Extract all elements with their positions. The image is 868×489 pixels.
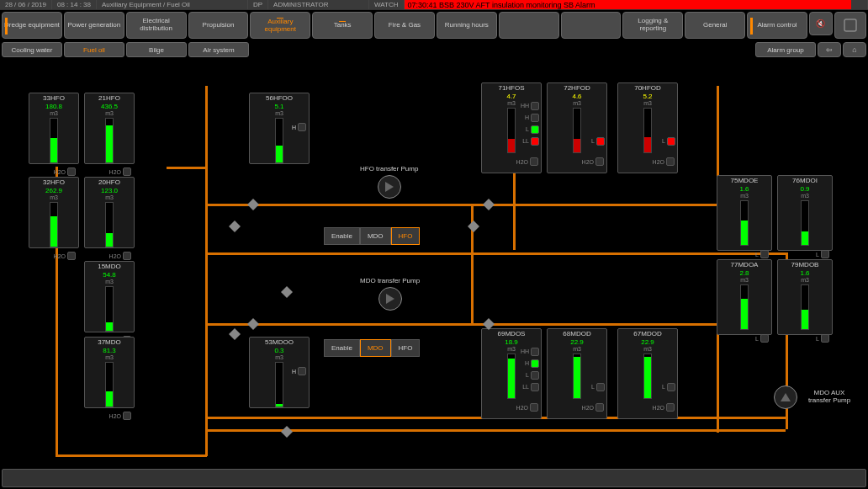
valve-icon[interactable]: [247, 199, 259, 210]
nav-electrical[interactable]: Electrical distribution: [126, 12, 187, 39]
subnav-air-system[interactable]: Air system: [188, 42, 249, 57]
valve-icon[interactable]: [229, 328, 241, 340]
pump-label: HFO transfer Pump: [360, 166, 418, 173]
valve-icon[interactable]: [468, 221, 479, 232]
svg-rect-0: [844, 19, 856, 31]
tank-20hfo[interactable]: 20HFO 123.0 m3 H2O: [84, 177, 135, 248]
tank-72hfod[interactable]: 72HFOD 4.6 m3 L H2O: [547, 82, 607, 173]
subnav-alarm-group[interactable]: Alarm group: [755, 42, 816, 57]
nav-label: Electrical distribution: [129, 18, 184, 33]
nav-empty-2: [561, 12, 622, 39]
tank-label: 33HFO: [29, 93, 78, 103]
tank-32hfo[interactable]: 32HFO 262.9 m3 H2O: [29, 177, 79, 248]
nav-dredge-equipment[interactable]: Dredge equipment: [2, 12, 62, 39]
nav-label: Logging & reporting: [625, 18, 680, 33]
tank-unit: m3: [29, 110, 78, 116]
pump-label: MDO transfer Pump: [360, 278, 420, 285]
subnav-bilge[interactable]: Bilge: [126, 42, 187, 57]
nav-label: General: [703, 22, 727, 29]
mdo-transfer-pump[interactable]: MDO transfer Pump: [360, 278, 420, 311]
nav-power-generation[interactable]: Power generation: [64, 12, 124, 39]
tank-15mdo[interactable]: 15MDO 54.8 m3 H2O: [84, 261, 135, 332]
nav-auxiliary[interactable]: Auxiliary equipment: [250, 12, 310, 39]
tank-37mdo[interactable]: 37MDO 81.3 m3 H2O: [84, 337, 135, 408]
logo-shield: [834, 12, 866, 39]
enable-button[interactable]: Enable: [324, 227, 360, 245]
nav-logging[interactable]: Logging & reporting: [622, 12, 683, 39]
back-icon[interactable]: ⇦: [818, 42, 841, 57]
nav-propulsion[interactable]: Propulsion: [188, 12, 249, 39]
footer-bar: [2, 469, 866, 487]
tank-75mdoe[interactable]: 75MDOE 1.6 m3 L: [717, 175, 772, 251]
hfo-pump-controls: Enable MDO HFO: [324, 227, 420, 245]
nav-general[interactable]: General: [685, 12, 745, 39]
home-icon[interactable]: ⌂: [843, 42, 866, 57]
nav-label: Tanks: [334, 22, 352, 29]
nav-label: Alarm control: [757, 22, 797, 29]
nav-fire-gas[interactable]: Fire & Gas: [374, 12, 435, 39]
tank-67mdod[interactable]: 67MDOD 22.9 m3 L H2O: [617, 328, 678, 419]
nav-label: Dredge equipment: [4, 22, 60, 29]
valve-icon[interactable]: [483, 318, 495, 330]
pump-icon: [378, 175, 401, 199]
valve-icon[interactable]: [247, 318, 259, 330]
tank-70hfod[interactable]: 70HFOD 5.2 m3 L H2O: [617, 82, 678, 173]
main-nav: Dredge equipment Power generation Electr…: [0, 10, 868, 40]
user-role: ADMINISTRATOR: [268, 0, 369, 9]
mute-icon[interactable]: 🔇: [809, 12, 833, 35]
mimic-area: 33HFO 180.8 m3 H2O 32HFO 262.9 m3 H2O 21…: [0, 67, 868, 467]
tank-77mdoa[interactable]: 77MDOA 2.8 m3 L: [717, 259, 772, 335]
nav-label: Running hours: [445, 22, 489, 29]
nav-tanks[interactable]: Tanks: [312, 12, 373, 39]
nav-label: Propulsion: [203, 22, 235, 29]
hfo-select-button[interactable]: HFO: [391, 227, 421, 245]
pump-icon: [774, 385, 797, 409]
tank-21hfo[interactable]: 21HFO 436.5 m3 H2O: [84, 93, 135, 164]
time-display: 08 : 14 : 38: [52, 0, 97, 9]
top-status-bar: 28 / 06 / 2019 08 : 14 : 38 Auxiliary Eq…: [0, 0, 868, 10]
hfo-transfer-pump[interactable]: HFO transfer Pump: [360, 166, 418, 199]
tank-69mdos[interactable]: 69MDOS 18.9 m3 HH H L LL H2O: [481, 328, 542, 419]
nav-label: Auxiliary equipment: [252, 19, 308, 34]
date-display: 28 / 06 / 2019: [0, 0, 52, 9]
mdo-pump-controls: Enable MDO HFO: [324, 339, 420, 357]
watch-label: WATCH: [369, 0, 404, 9]
tank-33hfo[interactable]: 33HFO 180.8 m3 H2O: [29, 93, 79, 164]
tank-79mdob[interactable]: 79MDOB 1.6 m3 L: [777, 259, 833, 335]
valve-icon[interactable]: [483, 199, 495, 210]
mdo-select-button[interactable]: MDO: [360, 339, 391, 357]
subnav-cooling-water[interactable]: Cooling water: [2, 42, 62, 57]
nav-alarm-control[interactable]: Alarm control: [747, 12, 807, 39]
pump-icon: [378, 287, 402, 311]
valve-icon[interactable]: [281, 426, 293, 438]
h2o-indicator: [67, 167, 76, 176]
tank-68mdod[interactable]: 68MDOD 22.9 m3 L H2O: [547, 328, 607, 419]
valve-icon[interactable]: [229, 221, 241, 232]
subnav-fuel-oil[interactable]: Fuel oil: [64, 42, 124, 57]
enable-button[interactable]: Enable: [324, 339, 360, 357]
tank-76mdoi[interactable]: 76MDOI 0.9 m3 L: [777, 175, 833, 251]
nav-label: Power generation: [67, 22, 120, 29]
valve-icon[interactable]: [281, 286, 293, 298]
alarm-banner[interactable]: 07:30:41 BSB 230V AFT insulation monitor…: [405, 0, 851, 9]
tank-53mdoo[interactable]: 53MDOO 0.3 m3 H: [249, 337, 310, 408]
hfo-select-button[interactable]: HFO: [391, 339, 421, 357]
mdo-aux-pump[interactable]: MDO AUX transfer Pump: [774, 385, 855, 409]
mdo-select-button[interactable]: MDO: [360, 227, 391, 245]
breadcrumb: Auxiliary Equipment / Fuel Oil: [97, 0, 248, 9]
alarm-next-icon[interactable]: [851, 0, 868, 9]
tank-56hfoo[interactable]: 56HFOO 5.1 m3 H: [249, 93, 310, 164]
nav-empty-1: [499, 12, 559, 39]
dp-indicator: DP: [248, 0, 268, 9]
tank-value: 180.8: [29, 103, 78, 110]
tank-71hfos[interactable]: 71HFOS 4.7 m3 HH H L LL H2O: [481, 82, 542, 173]
nav-label: Fire & Gas: [389, 22, 421, 29]
sub-nav: Cooling water Fuel oil Bilge Air system …: [0, 40, 868, 59]
nav-running-hours[interactable]: Running hours: [437, 12, 497, 39]
